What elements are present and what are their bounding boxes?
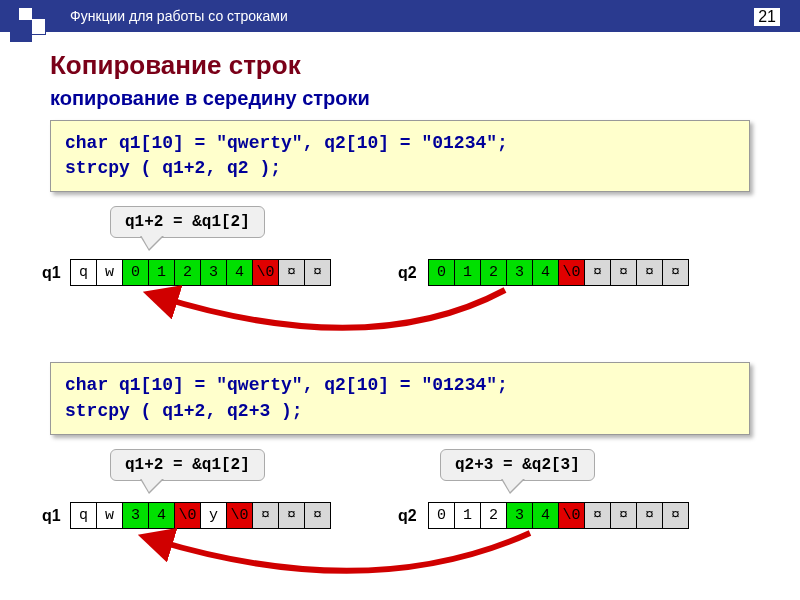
array-cell: 0 [429, 260, 455, 286]
array-cell: ¤ [585, 502, 611, 528]
array-cell: q [71, 502, 97, 528]
array-cell: q [71, 260, 97, 286]
array-cell: \0 [175, 502, 201, 528]
array-label-q2: q2 [398, 507, 417, 525]
diagram-1: q1+2 = &q1[2] q1 qw01234\0¤¤ q2 01234\0¤… [50, 212, 750, 342]
array-cell: ¤ [585, 260, 611, 286]
diagram-2: q1+2 = &q1[2] q2+3 = &q2[3] q1 qw34\0y\0… [50, 455, 750, 595]
array-cell: 1 [455, 502, 481, 528]
hint-bubble: q1+2 = &q1[2] [110, 206, 265, 238]
array-cell: \0 [559, 502, 585, 528]
code-line: char q1[10] = "qwerty", q2[10] = "01234"… [65, 373, 735, 398]
array-cell: \0 [227, 502, 253, 528]
array-cell: \0 [559, 260, 585, 286]
header-title: Функции для работы со строками [70, 8, 288, 24]
array-q1: qw34\0y\0¤¤¤ [70, 502, 331, 529]
array-cell: ¤ [253, 502, 279, 528]
array-cell: \0 [253, 260, 279, 286]
array-cell: ¤ [611, 502, 637, 528]
array-cell: 2 [175, 260, 201, 286]
array-label-q2: q2 [398, 264, 417, 282]
hint-bubble: q1+2 = &q1[2] [110, 449, 265, 481]
array-cell: y [201, 502, 227, 528]
code-block-2: char q1[10] = "qwerty", q2[10] = "01234"… [50, 362, 750, 434]
array-cell: 3 [507, 260, 533, 286]
array-q2: 01234\0¤¤¤¤ [428, 259, 689, 286]
array-cell: w [97, 260, 123, 286]
array-cell: w [97, 502, 123, 528]
code-line: strcpy ( q1+2, q2+3 ); [65, 399, 735, 424]
array-cell: 4 [533, 502, 559, 528]
array-cell: 0 [429, 502, 455, 528]
array-cell: 3 [123, 502, 149, 528]
array-cell: ¤ [305, 260, 331, 286]
page-number: 21 [754, 8, 780, 26]
slide-header: Функции для работы со строками [0, 0, 800, 32]
array-q2: 01234\0¤¤¤¤ [428, 502, 689, 529]
array-cell: 3 [201, 260, 227, 286]
array-cell: ¤ [663, 502, 689, 528]
code-line: strcpy ( q1+2, q2 ); [65, 156, 735, 181]
array-label-q1: q1 [42, 507, 61, 525]
hint-bubble: q2+3 = &q2[3] [440, 449, 595, 481]
array-cell: 4 [149, 502, 175, 528]
code-line: char q1[10] = "qwerty", q2[10] = "01234"… [65, 131, 735, 156]
array-cell: 1 [149, 260, 175, 286]
array-q1: qw01234\0¤¤ [70, 259, 331, 286]
array-cell: 3 [507, 502, 533, 528]
array-cell: ¤ [663, 260, 689, 286]
page-subtitle: копирование в середину строки [50, 87, 750, 110]
array-cell: ¤ [279, 260, 305, 286]
array-cell: ¤ [637, 260, 663, 286]
code-block-1: char q1[10] = "qwerty", q2[10] = "01234"… [50, 120, 750, 192]
array-cell: 4 [533, 260, 559, 286]
page-title: Копирование строк [50, 50, 750, 81]
array-label-q1: q1 [42, 264, 61, 282]
array-cell: ¤ [305, 502, 331, 528]
slide-content: Копирование строк копирование в середину… [0, 32, 800, 595]
array-cell: ¤ [611, 260, 637, 286]
array-cell: ¤ [637, 502, 663, 528]
array-cell: 2 [481, 502, 507, 528]
array-cell: 0 [123, 260, 149, 286]
array-cell: ¤ [279, 502, 305, 528]
array-cell: 1 [455, 260, 481, 286]
array-cell: 4 [227, 260, 253, 286]
array-cell: 2 [481, 260, 507, 286]
